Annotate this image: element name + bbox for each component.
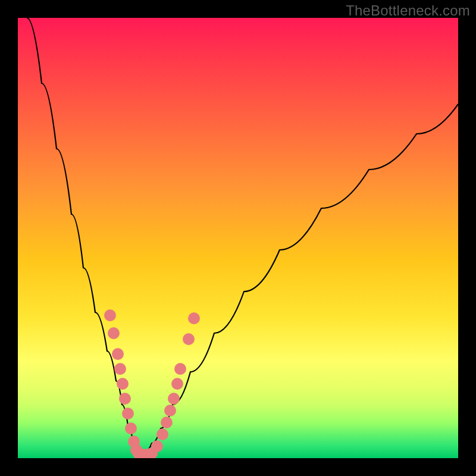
chart-svg <box>18 18 458 458</box>
data-dot <box>183 333 195 345</box>
data-dot <box>171 378 183 390</box>
data-dot <box>188 312 200 324</box>
data-dot <box>125 422 137 434</box>
data-dot <box>161 416 173 428</box>
data-dot <box>122 408 134 419</box>
data-dot <box>151 440 163 452</box>
data-dot <box>117 378 129 390</box>
data-dot <box>104 309 116 321</box>
data-dot <box>108 327 120 339</box>
data-dot <box>164 405 176 416</box>
plot-area <box>18 18 458 458</box>
curve-right-branch <box>140 104 458 455</box>
data-dots <box>104 309 200 458</box>
data-dot <box>156 428 168 440</box>
data-dot <box>114 363 126 375</box>
data-dot <box>112 348 124 360</box>
data-dot <box>168 393 180 405</box>
chart-frame: TheBottleneck.com <box>0 0 476 476</box>
watermark-text: TheBottleneck.com <box>346 2 470 19</box>
data-dot <box>119 393 131 405</box>
data-dot <box>174 363 186 375</box>
